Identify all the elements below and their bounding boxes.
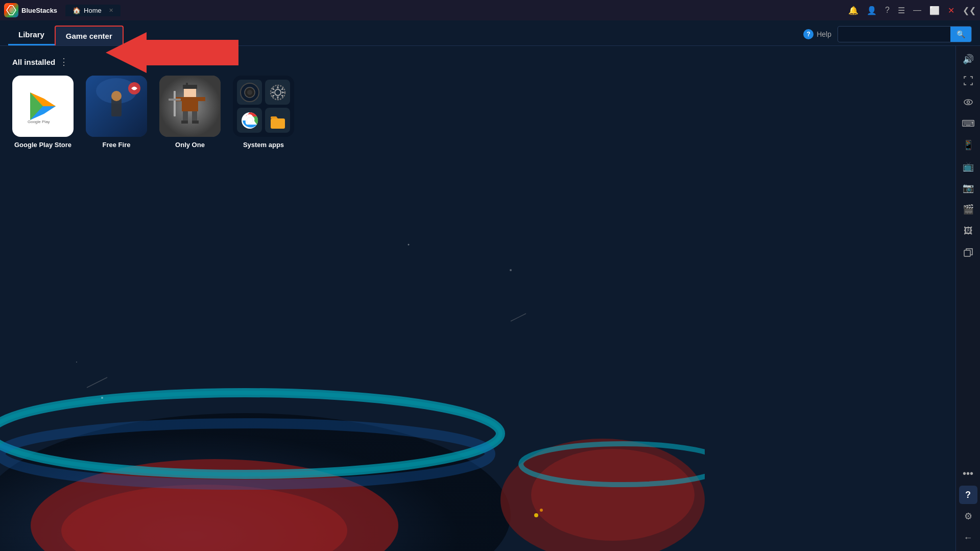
bell-icon[interactable]: 🔔 <box>848 6 858 15</box>
search-bar: 🔍 <box>838 26 972 42</box>
maximize-button[interactable]: ⬜ <box>929 6 940 15</box>
fullscreen-icon[interactable] <box>959 71 977 90</box>
section-header: All installed ⋮ <box>12 56 943 67</box>
brand-name: BlueStacks <box>21 7 57 14</box>
svg-rect-19 <box>198 97 205 101</box>
svg-point-39 <box>0 423 490 485</box>
svg-point-32 <box>247 117 253 124</box>
svg-point-35 <box>31 459 398 551</box>
svg-rect-21 <box>192 111 197 122</box>
svg-point-51 <box>964 100 972 105</box>
svg-rect-23 <box>192 121 199 124</box>
svg-point-46 <box>408 244 410 246</box>
more-options-icon[interactable]: ••• <box>959 464 977 483</box>
svg-point-43 <box>101 397 103 399</box>
svg-rect-22 <box>181 121 188 124</box>
svg-rect-15 <box>183 85 197 89</box>
tabbar-right: ? Help 🔍 <box>803 26 972 45</box>
tab-game-center[interactable]: Game center <box>55 26 124 45</box>
app-name-only-one: Only One <box>175 141 205 149</box>
app-icon-free-fire <box>86 76 147 137</box>
close-button[interactable]: ✕ <box>948 6 954 15</box>
svg-rect-53 <box>964 250 970 256</box>
tabbar: Library Game center ? Help 🔍 <box>0 20 980 46</box>
menu-icon[interactable]: ☰ <box>898 6 905 15</box>
app-name-free-fire: Free Fire <box>103 141 131 149</box>
svg-point-41 <box>531 449 695 541</box>
help-icon[interactable]: ? <box>885 6 890 15</box>
svg-point-42 <box>521 444 705 485</box>
question-icon[interactable]: ? <box>959 486 977 504</box>
svg-rect-17 <box>182 97 198 111</box>
svg-text:Google Play: Google Play <box>28 119 50 124</box>
sysapp-cell-3 <box>237 108 262 133</box>
svg-marker-1 <box>9 7 15 13</box>
sysapp-cell-2 <box>265 80 290 105</box>
svg-point-11 <box>111 91 122 101</box>
main-area: All installed ⋮ Google Play <box>0 46 980 551</box>
bluestacks-logo <box>4 3 18 17</box>
sysapp-cell-4 <box>265 108 290 133</box>
sysapp-cell-1 <box>237 80 262 105</box>
svg-line-48 <box>511 314 526 321</box>
logo-area: BlueStacks <box>4 3 57 17</box>
app-item-free-fire[interactable]: Free Fire <box>86 76 147 149</box>
app-icon-system-apps <box>233 76 294 137</box>
titlebar: BlueStacks 🏠 Home ✕ 🔔 👤 ? ☰ — ⬜ ✕ ❮❮ <box>0 0 980 20</box>
svg-point-29 <box>275 89 281 95</box>
video-icon[interactable]: 🎬 <box>959 200 977 219</box>
app-icon-only-one <box>159 76 221 137</box>
keyboard-icon[interactable]: ⌨ <box>959 114 977 133</box>
svg-rect-20 <box>183 111 188 122</box>
app-icon-google-play: Google Play <box>12 76 74 137</box>
home-label: Home <box>84 7 102 14</box>
help-button[interactable]: ? Help <box>803 29 831 39</box>
settings-icon[interactable]: ⚙ <box>959 507 977 525</box>
app-name-google-play: Google Play Store <box>14 141 71 149</box>
phone-icon[interactable]: 📱 <box>959 136 977 154</box>
copy-icon[interactable] <box>959 243 977 261</box>
svg-rect-24 <box>174 91 176 116</box>
back-icon[interactable]: ← <box>959 529 977 547</box>
tab-library[interactable]: Library <box>8 25 55 45</box>
app-item-google-play[interactable]: Google Play Google Play Store <box>12 76 74 149</box>
svg-point-28 <box>247 90 252 95</box>
svg-point-49 <box>534 513 538 517</box>
svg-point-45 <box>510 269 512 271</box>
svg-point-36 <box>61 485 347 551</box>
background-visual <box>0 172 955 551</box>
svg-rect-33 <box>271 118 285 129</box>
tv-icon[interactable]: 📺 <box>959 157 977 176</box>
svg-line-47 <box>87 377 107 388</box>
section-title: All installed <box>12 58 55 66</box>
section-options-icon[interactable]: ⋮ <box>59 56 68 67</box>
app-item-only-one[interactable]: Only One <box>159 76 221 149</box>
help-label: Help <box>817 30 831 38</box>
svg-point-44 <box>76 362 77 363</box>
svg-point-50 <box>540 509 543 512</box>
help-circle-icon: ? <box>803 29 814 39</box>
minimize-button[interactable]: — <box>913 6 921 15</box>
svg-rect-10 <box>111 99 122 116</box>
user-icon[interactable]: 👤 <box>867 6 877 15</box>
home-icon: 🏠 <box>73 7 81 14</box>
svg-point-37 <box>0 393 500 474</box>
sidebar-right: 🔊 ⌨ 📱 📺 📷 🎬 🖼 ••• <box>955 46 980 551</box>
svg-rect-16 <box>186 83 188 86</box>
volume-icon[interactable]: 🔊 <box>959 50 977 68</box>
app-name-system-apps: System apps <box>243 141 284 149</box>
search-button[interactable]: 🔍 <box>950 27 971 42</box>
window-controls: 🔔 👤 ? ☰ — ⬜ ✕ ❮❮ <box>848 6 976 15</box>
home-tab[interactable]: 🏠 Home ✕ <box>65 5 121 16</box>
svg-point-40 <box>500 439 705 551</box>
image-icon[interactable]: 🖼 <box>959 222 977 240</box>
home-close-icon[interactable]: ✕ <box>109 7 113 14</box>
app-item-system-apps[interactable]: System apps <box>233 76 294 149</box>
eye-icon[interactable] <box>959 93 977 111</box>
svg-point-52 <box>967 101 969 104</box>
collapse-icon[interactable]: ❮❮ <box>963 6 976 15</box>
search-input[interactable] <box>838 28 950 41</box>
app-grid: Google Play Google Play Store <box>12 76 943 149</box>
svg-point-38 <box>0 393 500 474</box>
camera-icon[interactable]: 📷 <box>959 179 977 197</box>
